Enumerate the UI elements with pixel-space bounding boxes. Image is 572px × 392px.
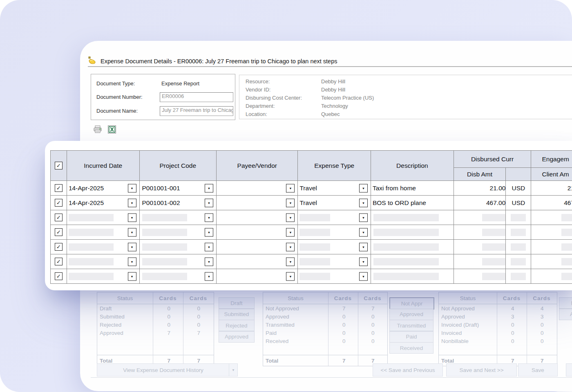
project-code-cell[interactable]: ▼ — [139, 225, 217, 240]
status-filter-button[interactable]: Not Appr — [559, 297, 572, 309]
incurred-date-cell[interactable]: ▼ — [67, 225, 139, 240]
project-code-cell[interactable]: P001001-002▼ — [139, 196, 217, 210]
cancel-button[interactable]: Cancel — [566, 363, 572, 376]
payee-vendor-cell[interactable]: ▼ — [217, 210, 298, 225]
dropdown-icon[interactable]: ▼ — [128, 228, 136, 236]
expense-type-cell[interactable]: Travel▼ — [298, 196, 371, 210]
dropdown-icon[interactable]: ▼ — [128, 243, 136, 251]
payee-vendor-cell[interactable]: ▼ — [217, 225, 298, 240]
curr-cell[interactable] — [506, 225, 531, 240]
dropdown-icon[interactable]: ▼ — [359, 213, 368, 222]
history-dropdown-icon[interactable]: ▼ — [229, 363, 238, 376]
client-amt-cell[interactable]: 21.0 — [531, 181, 572, 196]
project-code-cell[interactable]: ▼ — [139, 240, 217, 254]
description-cell[interactable] — [371, 269, 454, 284]
client-amt-cell[interactable]: 467.0 — [531, 196, 572, 210]
incurred-date-cell[interactable]: ▼ — [67, 240, 139, 254]
client-amt-cell[interactable] — [531, 210, 572, 225]
disb-amt-cell[interactable] — [454, 210, 506, 225]
disb-amt-cell[interactable]: 21.00 — [454, 181, 506, 196]
expense-type-cell[interactable]: ▼ — [298, 210, 371, 225]
description-cell[interactable] — [371, 210, 454, 225]
dropdown-icon[interactable]: ▼ — [205, 243, 213, 251]
col-description[interactable]: Description — [371, 151, 454, 181]
status-filter-button[interactable]: Received — [389, 342, 433, 354]
project-code-cell[interactable]: P001001-001▼ — [139, 181, 217, 196]
dropdown-icon[interactable]: ▼ — [205, 184, 213, 192]
dropdown-icon[interactable]: ▼ — [128, 198, 136, 207]
dropdown-icon[interactable]: ▼ — [359, 243, 368, 251]
curr-cell[interactable] — [506, 269, 531, 284]
col-group-engagement[interactable]: Engagem — [531, 151, 572, 168]
client-amt-cell[interactable] — [531, 254, 572, 269]
disb-amt-cell[interactable] — [454, 254, 506, 269]
client-amt-cell[interactable] — [531, 269, 572, 284]
project-code-cell[interactable]: ▼ — [139, 254, 217, 269]
dropdown-icon[interactable]: ▼ — [286, 272, 295, 281]
disb-amt-cell[interactable] — [454, 269, 506, 284]
description-cell[interactable] — [371, 240, 454, 254]
dropdown-icon[interactable]: ▼ — [205, 272, 213, 281]
disb-amt-cell[interactable] — [454, 225, 506, 240]
description-cell[interactable]: BOS to ORD plane — [371, 196, 454, 210]
save-previous-button[interactable]: << Save and Previous — [373, 363, 443, 376]
incurred-date-cell[interactable]: 14-Apr-2025▼ — [67, 181, 139, 196]
status-filter-button[interactable]: Submitted — [219, 309, 255, 320]
save-button[interactable]: Save — [518, 363, 558, 376]
payee-vendor-cell[interactable]: ▼ — [217, 181, 298, 196]
dropdown-icon[interactable]: ▼ — [286, 198, 295, 207]
description-cell[interactable]: Taxi from home — [371, 181, 454, 196]
dropdown-icon[interactable]: ▼ — [359, 198, 368, 207]
col-expense-type[interactable]: Expense Type — [298, 151, 371, 181]
dropdown-icon[interactable]: ▼ — [286, 243, 295, 251]
dropdown-icon[interactable]: ▼ — [205, 228, 213, 236]
status-filter-button[interactable]: Draft — [219, 297, 255, 309]
incurred-date-cell[interactable]: 14-Apr-2025▼ — [67, 196, 139, 210]
incurred-date-cell[interactable]: ▼ — [67, 269, 139, 284]
col-group-disbursed-curr[interactable]: Disbursed Curr — [454, 151, 531, 168]
row-checkbox[interactable]: ✓ — [55, 272, 63, 280]
dropdown-icon[interactable]: ▼ — [205, 213, 213, 222]
status-filter-button[interactable]: Paid — [389, 331, 433, 343]
row-checkbox[interactable]: ✓ — [55, 243, 63, 251]
dropdown-icon[interactable]: ▼ — [128, 213, 136, 222]
dropdown-icon[interactable]: ▼ — [359, 257, 368, 266]
dropdown-icon[interactable]: ▼ — [359, 228, 368, 236]
expense-type-cell[interactable]: Travel▼ — [298, 181, 371, 196]
view-history-button[interactable]: View Expense Document History — [97, 363, 230, 376]
expense-type-cell[interactable]: ▼ — [298, 225, 371, 240]
col-disb-amt[interactable]: Disb Amt — [454, 168, 506, 181]
dropdown-icon[interactable]: ▼ — [286, 257, 295, 266]
status-filter-button[interactable]: Approved — [559, 309, 572, 320]
expense-type-cell[interactable]: ▼ — [298, 254, 371, 269]
dropdown-icon[interactable]: ▼ — [359, 184, 368, 192]
select-all-checkbox[interactable]: ✓ — [55, 162, 63, 169]
status-filter-button[interactable]: Approved — [389, 309, 433, 320]
client-amt-cell[interactable] — [531, 225, 572, 240]
save-next-button[interactable]: Save and Next >> — [446, 363, 517, 376]
payee-vendor-cell[interactable]: ▼ — [217, 196, 298, 210]
description-cell[interactable] — [371, 225, 454, 240]
status-filter-button[interactable]: Transmitted — [389, 320, 433, 331]
status-filter-button[interactable]: Approved — [219, 331, 255, 343]
col-curr[interactable] — [506, 168, 531, 181]
curr-cell[interactable] — [506, 210, 531, 225]
row-checkbox[interactable]: ✓ — [55, 258, 63, 265]
col-project-code[interactable]: Project Code — [139, 151, 217, 181]
incurred-date-cell[interactable]: ▼ — [67, 210, 139, 225]
col-incurred-date[interactable]: Incurred Date — [67, 151, 139, 181]
dropdown-icon[interactable]: ▼ — [205, 257, 213, 266]
col-payee-vendor[interactable]: Payee/Vendor — [217, 151, 298, 181]
row-checkbox[interactable]: ✓ — [55, 228, 63, 236]
project-code-cell[interactable]: ▼ — [139, 269, 217, 284]
project-code-cell[interactable]: ▼ — [139, 210, 217, 225]
status-filter-button[interactable]: Rejected — [219, 320, 255, 331]
row-checkbox[interactable]: ✓ — [55, 214, 63, 221]
row-checkbox[interactable]: ✓ — [55, 199, 63, 207]
description-cell[interactable] — [371, 254, 454, 269]
expense-type-cell[interactable]: ▼ — [298, 269, 371, 284]
col-client-amt[interactable]: Client Am — [531, 168, 572, 181]
curr-cell[interactable] — [506, 254, 531, 269]
status-filter-button[interactable]: Not Appr — [389, 297, 434, 310]
payee-vendor-cell[interactable]: ▼ — [217, 240, 298, 254]
